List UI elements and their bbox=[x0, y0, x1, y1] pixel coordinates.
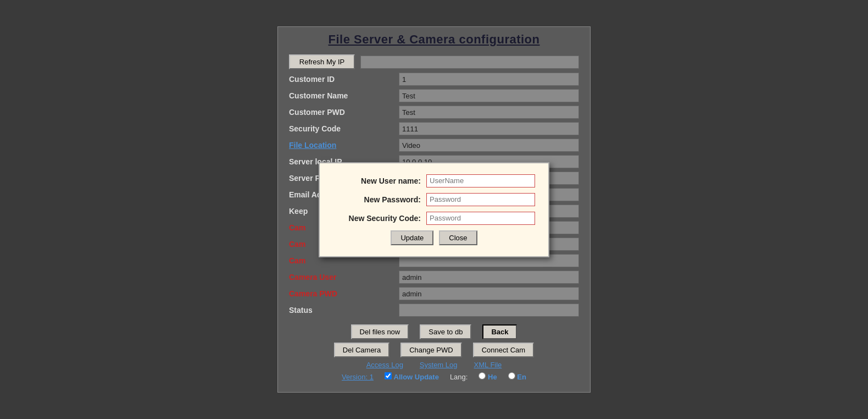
modal-update-button[interactable]: Update bbox=[391, 230, 433, 245]
modal-security-code-input[interactable] bbox=[426, 212, 535, 225]
modal-username-input[interactable] bbox=[426, 174, 535, 188]
modal-security-code-label: New Security Code: bbox=[333, 214, 426, 223]
modal-security-code-row: New Security Code: bbox=[333, 212, 535, 225]
modal-password-row: New Password: bbox=[333, 193, 535, 206]
modal-box: New User name: New Password: New Securit… bbox=[319, 162, 549, 257]
modal-password-label: New Password: bbox=[333, 195, 426, 204]
modal-password-input[interactable] bbox=[426, 193, 535, 206]
main-panel: File Server & Camera configuration Refre… bbox=[277, 26, 591, 393]
modal-username-row: New User name: bbox=[333, 174, 535, 188]
modal-username-label: New User name: bbox=[333, 177, 426, 185]
modal-close-button[interactable]: Close bbox=[439, 230, 477, 245]
modal-button-row: Update Close bbox=[333, 230, 535, 245]
modal-overlay: New User name: New Password: New Securit… bbox=[278, 27, 590, 392]
